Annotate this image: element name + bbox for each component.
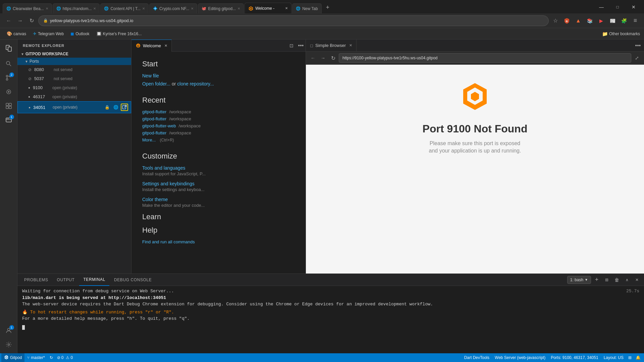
split-terminal-button[interactable]: ⊞: [602, 276, 611, 284]
recent-link-4[interactable]: gitpod-flutter: [142, 130, 166, 135]
back-button[interactable]: ←: [4, 16, 13, 25]
forward-button[interactable]: →: [15, 16, 25, 25]
kill-terminal-button[interactable]: 🗑: [612, 276, 621, 284]
new-file-link[interactable]: New file: [142, 73, 159, 78]
bookmark-canvas[interactable]: 🎨 canvas: [4, 30, 29, 37]
brave-news-icon[interactable]: 📰: [608, 16, 617, 25]
close-window-button[interactable]: ✕: [626, 2, 641, 12]
tab-crypto[interactable]: 💠 Crypto.com NF... ✕: [149, 3, 197, 13]
color-theme-title[interactable]: Color theme: [142, 197, 295, 202]
recent-item-4[interactable]: gitpod-flutter /workspace: [142, 130, 295, 135]
tab-newtab[interactable]: 🌐 New Tab: [292, 3, 321, 13]
activity-explorer[interactable]: [2, 42, 15, 55]
welcome-tab-close[interactable]: ✕: [164, 44, 167, 48]
status-gitpod[interactable]: Gitpod: [1, 353, 24, 362]
output-tab[interactable]: OUTPUT: [53, 274, 79, 286]
welcome-panel-tab[interactable]: Welcome ✕: [131, 40, 172, 52]
status-errors[interactable]: ⊘ 0 ⚠ 0: [55, 353, 75, 362]
tools-title[interactable]: Tools and languages: [142, 165, 295, 171]
clone-repo-link[interactable]: clone repository...: [177, 81, 214, 86]
sb-open-external-button[interactable]: ⤢: [633, 54, 641, 62]
activity-debug[interactable]: [2, 85, 15, 99]
tab-close-editing[interactable]: ✕: [237, 7, 240, 10]
status-screen-reader[interactable]: ⊞: [626, 353, 634, 362]
maximize-terminal-button[interactable]: ∧: [623, 276, 631, 284]
more-link[interactable]: More...: [142, 137, 156, 142]
tab-close-crypto[interactable]: ✕: [191, 7, 194, 10]
recent-item-1[interactable]: gitpod-flutter /workspace: [142, 109, 295, 114]
port-item-8080[interactable]: ⊘ 8080 not served: [17, 65, 131, 74]
activity-settings[interactable]: [2, 338, 15, 351]
address-bar[interactable]: 🔒 yellow-platypus-tve1r5hu.ws-us04.gitpo…: [38, 15, 549, 26]
panel-split-button[interactable]: ⊡: [287, 41, 296, 50]
activity-account[interactable]: 1: [2, 324, 15, 337]
other-bookmarks-label[interactable]: Other bookmarks: [609, 32, 640, 36]
simple-browser-tab-close[interactable]: ✕: [349, 43, 352, 48]
port-open-browser-button[interactable]: [121, 104, 128, 111]
problems-tab[interactable]: PROBLEMS: [20, 274, 52, 286]
recent-item-2[interactable]: gitpod-flutter /workspace: [142, 116, 295, 121]
new-terminal-button[interactable]: +: [592, 276, 601, 284]
sb-forward-button[interactable]: →: [319, 54, 327, 62]
brave-video-icon[interactable]: ▶: [596, 16, 606, 25]
new-tab-button[interactable]: +: [322, 2, 333, 13]
tab-close-clearwater[interactable]: ✕: [46, 7, 48, 10]
bookmark-outlook[interactable]: ◼ Outlook: [68, 30, 92, 37]
extensions-icon[interactable]: 🧩: [619, 16, 629, 25]
open-folder-link[interactable]: Open folder...: [142, 81, 170, 86]
port-lock-button[interactable]: 🔒: [103, 104, 111, 111]
refresh-button[interactable]: ↻: [27, 16, 36, 25]
terminal-name-select[interactable]: 1: bash ▼: [567, 276, 591, 284]
close-terminal-button[interactable]: ✕: [633, 276, 641, 284]
sb-address-bar[interactable]: https://9100-yellow-platypus-tve1r5hu.ws…: [339, 53, 631, 63]
port-item-46317[interactable]: ● 46317 open (private): [17, 92, 131, 101]
sb-more-button[interactable]: •••: [635, 41, 644, 50]
find-commands-link[interactable]: Find and run all commands: [142, 239, 295, 244]
sidebar-ports-section[interactable]: ▼ Ports: [17, 58, 131, 65]
recent-item-3[interactable]: gitpod-flutter-web /workspace: [142, 123, 295, 128]
status-ports[interactable]: Ports: 9100, 46317, 34051: [548, 353, 601, 362]
panel-more-button[interactable]: •••: [296, 41, 306, 50]
sidebar-section-gitpod[interactable]: ▼ GITPOD WORKSPACE: [17, 50, 131, 58]
status-branch[interactable]: ⑂ master*: [24, 353, 47, 362]
settings-title[interactable]: Settings and keybindings: [142, 181, 295, 186]
status-layout[interactable]: Layout: US: [601, 353, 626, 362]
tab-welcome[interactable]: Welcome - ✕: [245, 3, 291, 13]
activity-remote[interactable]: 1: [2, 113, 15, 127]
activity-git[interactable]: 2: [2, 71, 15, 84]
tab-clearwater[interactable]: 🌐 Clearwater Bea... ✕: [3, 3, 52, 13]
sb-refresh-button[interactable]: ↻: [329, 54, 337, 62]
terminal-tab[interactable]: TERMINAL: [79, 274, 109, 286]
port-globe-button[interactable]: 🌐: [112, 104, 119, 111]
brave-rewards-icon[interactable]: ▲: [574, 16, 583, 25]
status-sync[interactable]: ↻: [48, 353, 55, 362]
debug-console-tab[interactable]: DEBUG CONSOLE: [110, 274, 156, 286]
tab-close-welcome[interactable]: ✕: [285, 6, 288, 10]
port-item-5037[interactable]: ⊘ 5037 not served: [17, 74, 131, 83]
tab-editing[interactable]: 🐙 Editing gitpod... ✕: [198, 3, 244, 13]
tab-random[interactable]: 🌐 https://random... ✕: [53, 3, 100, 13]
browser-menu-icon[interactable]: ≡: [631, 16, 640, 25]
tab-close-content[interactable]: ✕: [142, 7, 145, 10]
brave-wallet-icon[interactable]: 📚: [585, 16, 594, 25]
tab-close-random[interactable]: ✕: [93, 7, 96, 10]
status-notifications[interactable]: 🔔: [634, 353, 643, 362]
maximize-button[interactable]: □: [610, 2, 625, 12]
status-dart-devtools[interactable]: Dart DevTools: [462, 353, 492, 362]
brave-shield-icon[interactable]: B: [562, 16, 572, 25]
bookmark-star-icon[interactable]: ☆: [551, 16, 560, 25]
recent-link-3[interactable]: gitpod-flutter-web: [142, 123, 176, 128]
recent-link-2[interactable]: gitpod-flutter: [142, 116, 166, 121]
activity-extensions[interactable]: [2, 99, 15, 113]
port-item-9100[interactable]: ● 9100 open (private): [17, 83, 131, 92]
activity-search[interactable]: [2, 57, 15, 70]
bookmark-telegram[interactable]: ✈ Telegram Web: [30, 30, 66, 37]
port-item-34051[interactable]: ● 34051 open (private) 🔒 🌐: [17, 101, 131, 113]
sb-back-button[interactable]: ←: [309, 54, 317, 62]
recent-link-1[interactable]: gitpod-flutter: [142, 109, 166, 114]
tab-content-api[interactable]: 🌐 Content API | T... ✕: [100, 3, 149, 13]
bookmark-kyrise[interactable]: 🔲 Kyrise's Free 16x16...: [94, 30, 145, 37]
minimize-button[interactable]: —: [594, 2, 609, 12]
status-web-server[interactable]: Web Server (web-javascript): [492, 353, 548, 362]
simple-browser-tab[interactable]: ◻ Simple Browser ✕: [306, 40, 357, 52]
